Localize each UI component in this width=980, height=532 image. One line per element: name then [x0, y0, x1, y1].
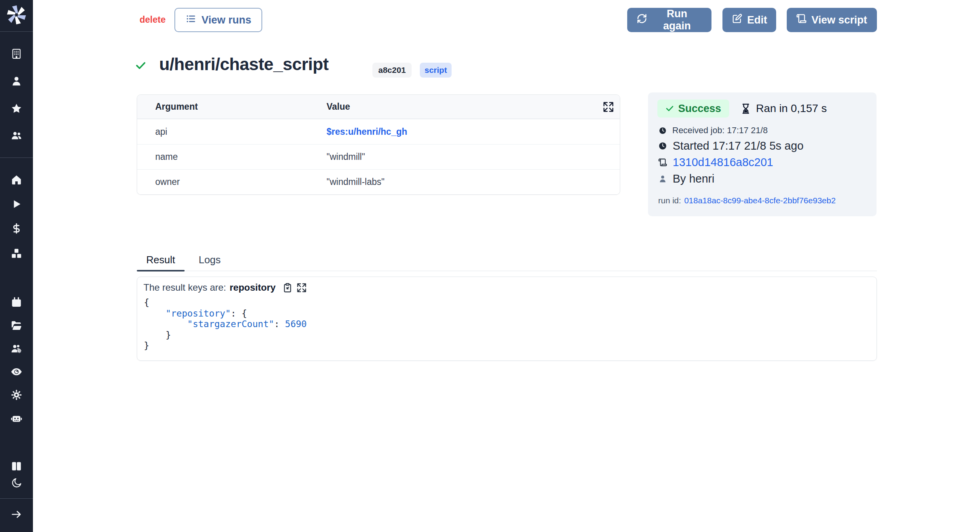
value-cell: "windmill-labs": [327, 177, 620, 187]
tab-logs[interactable]: Logs: [188, 249, 232, 271]
by-row: By henri: [658, 172, 714, 185]
robot-icon[interactable]: [11, 413, 22, 424]
run-id-label: run id:: [658, 196, 681, 205]
run-again-button[interactable]: Run again: [627, 8, 711, 32]
clipboard-copy-icon[interactable]: [282, 282, 293, 293]
page: delete View runs Run again Edit View scr…: [0, 0, 980, 532]
view-script-label: View script: [811, 14, 867, 26]
view-runs-button[interactable]: View runs: [174, 8, 262, 32]
view-script-button[interactable]: View script: [787, 8, 877, 32]
users-icon[interactable]: [11, 130, 22, 141]
hourglass-icon: [740, 103, 751, 114]
star-icon[interactable]: [11, 103, 22, 114]
expand-icon[interactable]: [603, 101, 614, 113]
started-row: Started 17:17 21/8 5s ago: [658, 139, 804, 152]
started-text: Started 17:17 21/8 5s ago: [673, 139, 804, 152]
eye-icon[interactable]: [11, 366, 22, 378]
calendar-icon[interactable]: [11, 296, 22, 308]
success-check-icon: [135, 60, 147, 72]
job-status-card: Success Ran in 0,157 s Received job: 17:…: [648, 92, 877, 216]
argument-cell: owner: [137, 177, 327, 187]
list-icon: [185, 13, 196, 27]
user-icon[interactable]: [11, 75, 22, 87]
status-badge: Success: [657, 100, 729, 118]
expand-icon[interactable]: [296, 282, 307, 293]
clock-icon: [658, 141, 667, 150]
table-row: name "windmill": [137, 144, 620, 169]
result-json-code: { "repository": { "stargazerCount": 5690…: [144, 297, 307, 351]
folder-open-icon[interactable]: [11, 320, 22, 331]
windmill-logo-icon[interactable]: [7, 5, 26, 25]
value-cell[interactable]: $res:u/henri/hc_gh: [327, 127, 620, 137]
duration-text: Ran in 0,157 s: [756, 102, 827, 115]
edit-button[interactable]: Edit: [722, 8, 776, 32]
page-title: u/henri/chaste_script: [159, 54, 328, 74]
received-text: Received job: 17:17 21/8: [672, 125, 768, 136]
edit-label: Edit: [747, 14, 767, 26]
moon-icon[interactable]: [11, 477, 22, 489]
play-icon[interactable]: [11, 198, 22, 210]
result-panel: The result keys are: repository { "repos…: [137, 277, 877, 361]
scroll-icon: [658, 158, 667, 167]
result-keys-prefix: The result keys are:: [143, 282, 226, 293]
refresh-icon: [637, 13, 647, 27]
sidebar: [0, 0, 33, 532]
run-id-row: run id: 018a18ac-8c99-abe4-8cfe-2bbf76e9…: [658, 196, 836, 205]
cubes-icon[interactable]: [11, 248, 22, 259]
hash-badge: a8c201: [372, 63, 412, 78]
table-row: owner "windmill-labs": [137, 169, 620, 194]
result-tabs: Result Logs: [137, 249, 877, 271]
clock-icon: [659, 127, 667, 135]
status-row: Success Ran in 0,157 s: [657, 100, 827, 118]
table-row: api $res:u/henri/hc_gh: [137, 119, 620, 144]
building-icon[interactable]: [11, 48, 22, 60]
args-table-body: api $res:u/henri/hc_gh name "windmill" o…: [137, 119, 620, 194]
argument-cell: name: [137, 152, 327, 162]
argument-column-header: Argument: [137, 101, 327, 112]
user-group-gear-icon[interactable]: [11, 343, 22, 355]
script-hash-link[interactable]: 1310d14816a8c201: [673, 156, 773, 169]
home-icon[interactable]: [11, 174, 22, 186]
sidebar-divider: [0, 157, 33, 158]
book-icon[interactable]: [11, 460, 22, 472]
arguments-table: Argument Value api $res:u/henri/hc_gh na…: [137, 94, 620, 195]
received-row: Received job: 17:17 21/8: [659, 125, 768, 136]
run-again-label: Run again: [652, 8, 702, 32]
result-keys-value: repository: [230, 282, 276, 293]
value-cell: "windmill": [327, 152, 620, 162]
arrow-right-icon[interactable]: [11, 508, 22, 520]
by-text: By henri: [673, 172, 714, 185]
scroll-icon: [796, 13, 807, 27]
arguments-table-header: Argument Value: [137, 95, 620, 119]
sidebar-divider: [0, 498, 33, 499]
value-column-header: Value: [327, 101, 620, 112]
check-icon: [665, 104, 674, 113]
view-runs-label: View runs: [201, 14, 251, 26]
dollar-icon[interactable]: [11, 223, 22, 234]
edit-icon: [732, 13, 742, 27]
delete-button[interactable]: delete: [140, 14, 165, 25]
person-icon: [658, 174, 667, 183]
gear-icon[interactable]: [11, 389, 22, 401]
argument-cell: api: [137, 127, 327, 137]
tab-result[interactable]: Result: [137, 249, 185, 271]
sidebar-divider: [0, 31, 33, 32]
result-keys-line: The result keys are: repository: [143, 282, 307, 293]
run-id-link[interactable]: 018a18ac-8c99-abe4-8cfe-2bbf76e93eb2: [684, 196, 835, 205]
script-kind-badge: script: [420, 63, 452, 78]
script-hash-row: 1310d14816a8c201: [658, 156, 773, 169]
